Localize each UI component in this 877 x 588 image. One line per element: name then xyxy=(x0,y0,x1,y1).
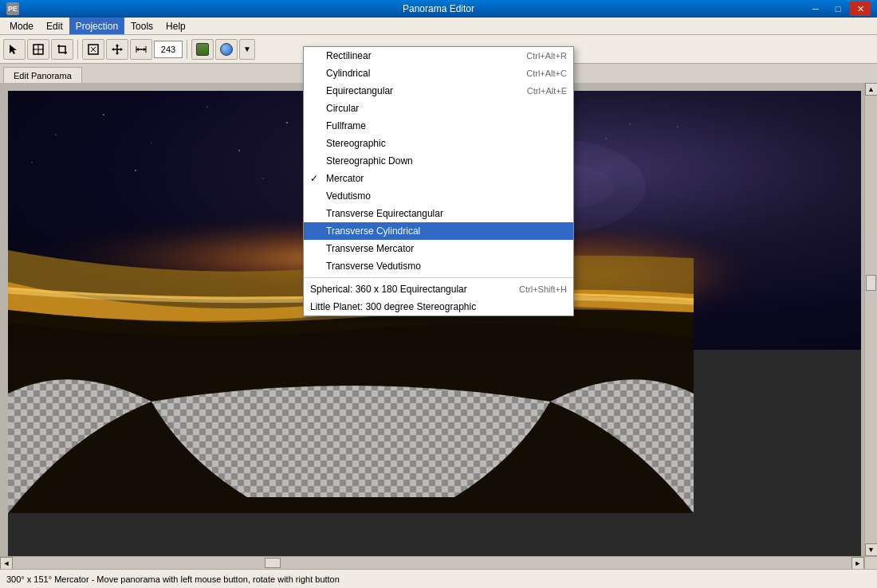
scroll-h-thumb[interactable] xyxy=(265,558,281,568)
projection-fullframe[interactable]: Fullframe xyxy=(304,117,573,135)
projection-equirectangular[interactable]: Equirectangular Ctrl+Alt+E xyxy=(304,82,573,100)
projection-little-planet[interactable]: Little Planet: 300 degree Stereographic xyxy=(304,298,573,316)
svg-point-26 xyxy=(151,143,152,143)
projection-dropdown: Rectilinear Ctrl+Alt+R Cylindrical Ctrl+… xyxy=(303,46,574,316)
pan-tool-button[interactable] xyxy=(27,39,49,60)
svg-point-32 xyxy=(677,126,678,127)
svg-point-18 xyxy=(207,107,208,108)
resize-tool-button[interactable] xyxy=(130,39,152,60)
window-controls: ─ □ ✕ xyxy=(805,2,871,16)
menu-bar: Mode Edit Projection Tools Help xyxy=(0,18,877,35)
zoom-fit-button[interactable] xyxy=(82,39,104,60)
number-display: 243 xyxy=(154,41,183,58)
scroll-h-track[interactable] xyxy=(13,557,851,569)
close-button[interactable]: ✕ xyxy=(850,2,871,16)
mode-dropdown-button[interactable]: ▼ xyxy=(239,39,255,60)
svg-point-34 xyxy=(135,170,136,171)
projection-transverse-cylindrical[interactable]: Transverse Cylindrical xyxy=(304,222,573,240)
vertical-scrollbar[interactable]: ▲ ▼ xyxy=(864,83,877,556)
scroll-v-thumb[interactable] xyxy=(866,275,876,291)
move-tool-button[interactable] xyxy=(106,39,128,60)
tab-edit-panorama[interactable]: Edit Panorama xyxy=(3,67,82,83)
svg-point-17 xyxy=(103,114,104,115)
toolbar-sep-2 xyxy=(187,40,187,59)
projection-cylindrical[interactable]: Cylindrical Ctrl+Alt+C xyxy=(304,65,573,82)
status-text: 300° x 151° Mercator - Move panorama wit… xyxy=(6,574,340,584)
svg-marker-8 xyxy=(116,44,119,46)
svg-point-19 xyxy=(286,122,288,123)
menu-edit[interactable]: Edit xyxy=(40,18,69,34)
svg-point-35 xyxy=(263,178,264,179)
projection-mercator[interactable]: ✓ Mercator xyxy=(304,170,573,187)
horizontal-scrollbar[interactable]: ◄ ► xyxy=(0,556,864,569)
toolbar-sep-1 xyxy=(77,40,78,59)
dropdown-sep xyxy=(304,277,573,278)
svg-marker-9 xyxy=(116,53,119,55)
app-icon: PE xyxy=(6,2,19,15)
menu-mode[interactable]: Mode xyxy=(3,18,40,34)
window-title: Panorama Editor xyxy=(403,3,474,14)
svg-point-24 xyxy=(630,124,631,125)
projection-vedutismo[interactable]: Vedutismo xyxy=(304,187,573,205)
green-channel-button[interactable] xyxy=(191,39,214,60)
minimize-button[interactable]: ─ xyxy=(805,2,826,16)
scroll-down-button[interactable]: ▼ xyxy=(865,543,878,556)
projection-transverse-vedutismo[interactable]: Transverse Vedutismo xyxy=(304,257,573,275)
scroll-v-track[interactable] xyxy=(865,96,877,543)
scrollbar-corner xyxy=(864,556,877,569)
projection-transverse-mercator[interactable]: Transverse Mercator xyxy=(304,240,573,257)
svg-point-25 xyxy=(55,134,56,135)
svg-marker-11 xyxy=(120,48,123,51)
svg-point-27 xyxy=(238,150,239,151)
scroll-left-button[interactable]: ◄ xyxy=(0,557,13,569)
projection-stereographic-down[interactable]: Stereographic Down xyxy=(304,152,573,170)
select-tool-button[interactable] xyxy=(3,39,26,60)
menu-projection[interactable]: Projection xyxy=(69,18,124,34)
menu-tools[interactable]: Tools xyxy=(124,18,159,34)
maximize-button[interactable]: □ xyxy=(828,2,848,16)
scroll-right-button[interactable]: ► xyxy=(851,557,864,569)
title-bar: PE Panorama Editor ─ □ ✕ xyxy=(0,0,877,18)
svg-point-33 xyxy=(32,163,33,163)
projection-circular[interactable]: Circular xyxy=(304,100,573,117)
projection-rectilinear[interactable]: Rectilinear Ctrl+Alt+R xyxy=(304,47,573,65)
projection-spherical[interactable]: Spherical: 360 x 180 Equirectangular Ctr… xyxy=(304,280,573,298)
status-bar: 300° x 151° Mercator - Move panorama wit… xyxy=(0,569,877,588)
svg-marker-10 xyxy=(112,48,114,51)
svg-point-31 xyxy=(606,139,607,139)
blue-sphere-button[interactable] xyxy=(215,39,238,60)
menu-help[interactable]: Help xyxy=(159,18,192,34)
scroll-up-button[interactable]: ▲ xyxy=(865,83,878,96)
projection-transverse-equirectangular[interactable]: Transverse Equirectangular xyxy=(304,205,573,222)
crop-tool-button[interactable] xyxy=(51,39,73,60)
projection-stereographic[interactable]: Stereographic xyxy=(304,135,573,152)
